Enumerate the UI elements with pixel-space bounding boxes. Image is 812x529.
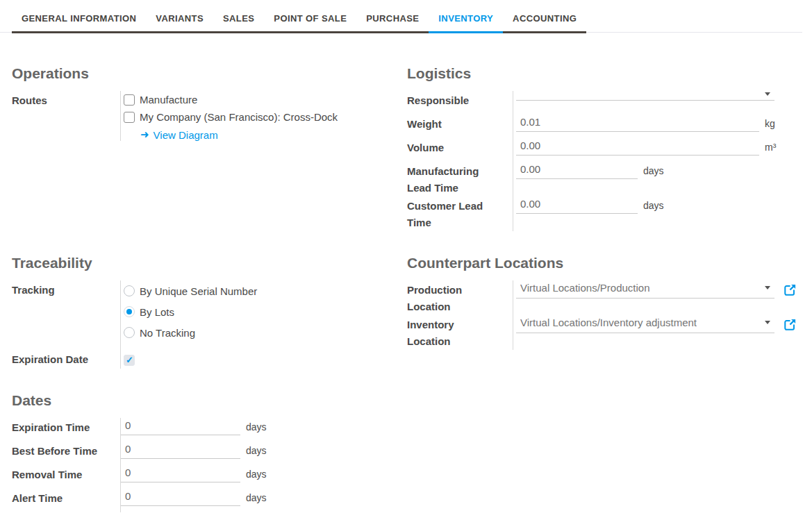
radio-by-lots[interactable] [124, 306, 135, 317]
tab-variants[interactable]: VARIANTS [146, 5, 213, 33]
route-manufacture-checkbox[interactable] [124, 94, 135, 106]
best-before-time-label: Best Before Time [12, 442, 120, 465]
chevron-down-icon [765, 321, 770, 324]
radio-label: By Unique Serial Number [140, 285, 257, 297]
section-title-counterpart-locations: Counterpart Locations [407, 254, 800, 271]
production-location-select[interactable]: Virtual Locations/Production [516, 280, 774, 299]
responsible-label: Responsible [407, 91, 486, 115]
expiration-date-field [120, 343, 389, 369]
manufacturing-lead-time-unit: days [643, 165, 664, 176]
tracking-label: Tracking [12, 280, 120, 343]
customer-lead-time-field: days [513, 196, 800, 231]
chevron-down-icon [765, 92, 770, 96]
tab-sales[interactable]: SALES [213, 5, 264, 33]
manufacturing-lead-time-label: Manufacturing Lead Time [407, 162, 486, 196]
view-diagram-label: View Diagram [154, 129, 218, 141]
section-counterpart-locations: Counterpart Locations Production Locatio… [407, 254, 800, 369]
tab-point-of-sale[interactable]: POINT OF SALE [264, 5, 356, 33]
expiration-date-checkbox[interactable] [124, 355, 135, 366]
alert-time-input[interactable] [121, 489, 240, 506]
radio-label: No Tracking [140, 327, 195, 339]
customer-lead-time-input[interactable] [516, 196, 638, 214]
section-operations: Operations Routes Manufacture My Company… [12, 65, 389, 231]
alert-time-field: days [120, 489, 389, 512]
tab-accounting[interactable]: ACCOUNTING [503, 5, 586, 33]
inventory-location-select[interactable]: Virtual Locations/Inventory adjustment [516, 315, 774, 333]
radio-no-tracking[interactable] [124, 327, 135, 338]
volume-unit: m³ [765, 142, 776, 153]
volume-input[interactable] [516, 138, 759, 156]
expiration-time-unit: days [246, 421, 267, 433]
empty-cell [407, 392, 800, 512]
removal-time-unit: days [246, 469, 267, 480]
best-before-time-field: days [120, 442, 389, 465]
customer-lead-time-unit: days [643, 200, 664, 211]
best-before-time-unit: days [246, 445, 267, 456]
tab-general-information[interactable]: GENERAL INFORMATION [12, 5, 146, 33]
inventory-location-field: Virtual Locations/Inventory adjustment [513, 315, 800, 350]
route-cross-dock-label: My Company (San Francisco): Cross-Dock [140, 111, 338, 123]
section-title-traceability: Traceability [12, 254, 389, 271]
radio-by-unique-serial-number[interactable] [124, 285, 135, 296]
tab-purchase[interactable]: PURCHASE [356, 5, 429, 33]
production-location-label: Production Location [407, 280, 486, 315]
tracking-field: By Unique Serial Number By Lots No Track… [120, 280, 389, 343]
tab-inventory[interactable]: INVENTORY [429, 5, 503, 33]
expiration-date-label: Expiration Date [12, 343, 120, 369]
routes-field: Manufacture My Company (San Francisco): … [120, 91, 389, 141]
arrow-right-icon: ➜ [140, 128, 149, 141]
view-diagram-link[interactable]: ➜ View Diagram [140, 128, 218, 141]
production-location-field: Virtual Locations/Production [513, 280, 800, 315]
external-link-icon[interactable] [784, 283, 797, 296]
route-manufacture-label: Manufacture [140, 94, 197, 106]
best-before-time-input[interactable] [121, 442, 240, 459]
route-row: Manufacture [124, 91, 389, 108]
tracking-option: No Tracking [124, 322, 389, 343]
weight-unit: kg [765, 118, 775, 129]
removal-time-field: days [120, 465, 389, 489]
section-traceability: Traceability Tracking By Unique Serial N… [12, 254, 389, 369]
responsible-field [513, 91, 800, 115]
removal-time-label: Removal Time [12, 465, 120, 489]
route-cross-dock-checkbox[interactable] [124, 112, 135, 123]
alert-time-unit: days [246, 492, 267, 503]
responsible-select[interactable] [516, 91, 774, 101]
alert-time-label: Alert Time [12, 489, 120, 512]
section-title-operations: Operations [12, 65, 389, 82]
expiration-time-input[interactable] [121, 418, 240, 435]
volume-field: m³ [513, 138, 800, 162]
inventory-location-label: Inventory Location [407, 315, 486, 350]
removal-time-input[interactable] [121, 465, 240, 482]
section-title-dates: Dates [12, 392, 389, 409]
expiration-time-label: Expiration Time [12, 418, 120, 442]
section-logistics: Logistics Responsible Weight kg [407, 65, 800, 231]
volume-label: Volume [407, 138, 486, 162]
inventory-tab-content: Operations Routes Manufacture My Company… [0, 65, 812, 512]
weight-label: Weight [407, 115, 486, 138]
route-row: My Company (San Francisco): Cross-Dock [124, 108, 389, 126]
weight-field: kg [513, 115, 800, 138]
routes-label: Routes [12, 91, 120, 141]
tracking-option: By Lots [124, 301, 389, 322]
section-dates: Dates Expiration Time days Best Before T… [12, 392, 389, 512]
external-link-icon[interactable] [784, 318, 797, 331]
manufacturing-lead-time-input[interactable] [516, 162, 638, 179]
chevron-down-icon [765, 286, 770, 289]
tabs-strip: GENERAL INFORMATION VARIANTS SALES POINT… [12, 5, 586, 33]
expiration-time-field: days [120, 418, 389, 442]
manufacturing-lead-time-field: days [513, 162, 800, 196]
inventory-location-value: Virtual Locations/Inventory adjustment [520, 317, 697, 328]
tracking-option: By Unique Serial Number [124, 280, 389, 301]
weight-input[interactable] [516, 115, 759, 132]
section-title-logistics: Logistics [407, 65, 800, 82]
radio-label: By Lots [140, 306, 174, 318]
production-location-value: Virtual Locations/Production [520, 282, 650, 294]
customer-lead-time-label: Customer Lead Time [407, 196, 486, 231]
notebook-tab-bar: GENERAL INFORMATION VARIANTS SALES POINT… [0, 0, 802, 33]
